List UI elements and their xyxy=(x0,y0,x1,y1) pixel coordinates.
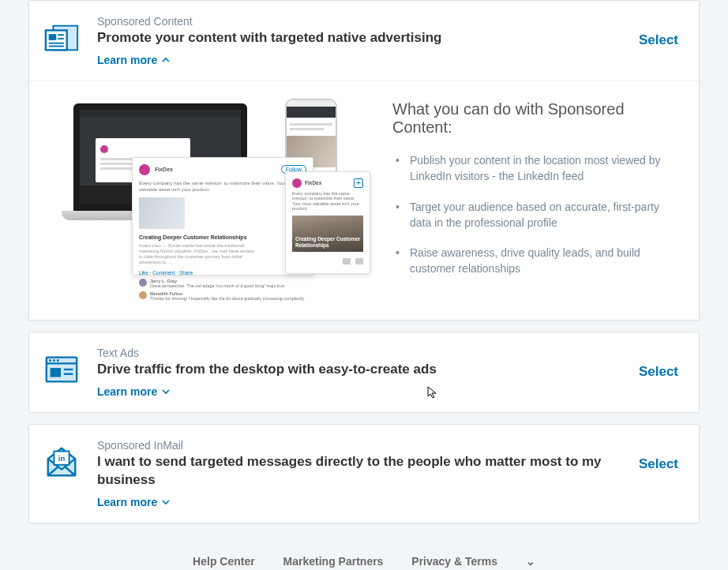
ad-option-text-ads: Text Ads Drive traffic from the desktop … xyxy=(28,332,700,413)
learn-more-label: Learn more xyxy=(97,385,157,398)
info-title: What you can do with Sponsored Content: xyxy=(392,100,678,137)
browser-ad-icon xyxy=(43,351,80,388)
card-header: Sponsored Content Promote your content w… xyxy=(29,1,699,81)
info-list-item: Target your audience based on accurate, … xyxy=(392,199,678,231)
info-list-item: Raise awareness, drive quality leads, an… xyxy=(392,245,678,277)
learn-more-label: Learn more xyxy=(97,496,157,508)
footer-help-link[interactable]: Help Center xyxy=(193,555,255,568)
ad-option-sponsored-inmail: in Sponsored InMail I want to send targe… xyxy=(28,424,700,523)
card-body: FixDex Follow Every company has the same… xyxy=(29,81,699,320)
card-eyebrow: Sponsored InMail xyxy=(97,439,639,452)
learn-more-link[interactable]: Learn more xyxy=(97,385,170,398)
svg-rect-2 xyxy=(49,34,57,40)
footer-partners-link[interactable]: Marketing Partners xyxy=(283,555,384,568)
chevron-down-icon xyxy=(162,388,170,396)
card-header: Text Ads Drive traffic from the desktop … xyxy=(29,332,699,412)
learn-more-label: Learn more xyxy=(97,54,157,66)
info-list: Publish your content in the location mos… xyxy=(392,152,678,277)
footer-nav: Help Center Marketing Partners Privacy &… xyxy=(28,534,700,570)
chevron-up-icon xyxy=(162,56,170,64)
svg-text:in: in xyxy=(58,454,66,463)
select-button[interactable]: Select xyxy=(639,15,678,48)
select-button[interactable]: Select xyxy=(639,347,678,380)
learn-more-link[interactable]: Learn more xyxy=(97,54,170,66)
info-list-item: Publish your content in the location mos… xyxy=(392,152,678,185)
chevron-down-icon: ⌄ xyxy=(526,555,535,568)
devices-illustration: FixDex Follow Every company has the same… xyxy=(51,99,370,280)
card-eyebrow: Text Ads xyxy=(97,347,639,359)
card-headline: I want to send targeted messages directl… xyxy=(97,453,639,489)
card-headline: Drive traffic from the desktop with easy… xyxy=(97,361,639,379)
footer-privacy-link[interactable]: Privacy & Terms xyxy=(411,555,497,568)
svg-rect-12 xyxy=(51,368,61,377)
svg-point-11 xyxy=(57,359,59,362)
learn-more-link[interactable]: Learn more xyxy=(97,496,170,508)
card-header: in Sponsored InMail I want to send targe… xyxy=(29,425,699,523)
card-eyebrow: Sponsored Content xyxy=(97,15,639,28)
select-button[interactable]: Select xyxy=(639,439,678,472)
newspaper-icon xyxy=(43,20,80,56)
inmail-icon: in xyxy=(43,444,80,480)
svg-point-9 xyxy=(49,359,51,362)
svg-point-10 xyxy=(53,359,55,362)
ad-option-sponsored-content: Sponsored Content Promote your content w… xyxy=(28,0,700,321)
card-headline: Promote your content with targeted nativ… xyxy=(97,29,639,47)
chevron-down-icon xyxy=(162,498,170,506)
